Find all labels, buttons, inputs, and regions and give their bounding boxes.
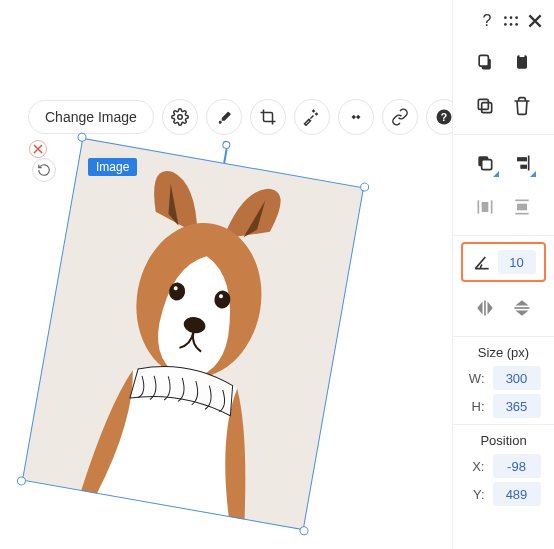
color-picker-button[interactable] — [206, 99, 242, 135]
gear-icon — [171, 108, 189, 126]
selection-label: Image — [88, 158, 137, 176]
svg-text:?: ? — [441, 111, 447, 123]
rotation-row — [461, 242, 546, 282]
x-input[interactable] — [493, 454, 541, 478]
close-icon — [526, 12, 544, 30]
panel-drag-handle[interactable] — [502, 12, 520, 30]
animation-button[interactable] — [338, 99, 374, 135]
distribute-v-button[interactable] — [508, 193, 536, 221]
rotation-handle[interactable] — [222, 140, 231, 149]
duplicate-button[interactable] — [471, 92, 499, 120]
width-input[interactable] — [493, 366, 541, 390]
diamonds-icon — [347, 108, 365, 126]
svg-point-12 — [515, 16, 518, 19]
svg-rect-21 — [479, 99, 489, 109]
svg-point-0 — [178, 115, 183, 120]
width-label: W: — [467, 371, 485, 386]
copy-button[interactable] — [471, 48, 499, 76]
svg-rect-19 — [519, 54, 524, 57]
svg-rect-32 — [518, 205, 526, 210]
svg-rect-23 — [482, 160, 492, 170]
y-input[interactable] — [493, 482, 541, 506]
remove-button[interactable] — [29, 140, 47, 158]
copy-icon — [475, 52, 495, 72]
link-icon — [391, 108, 409, 126]
svg-point-10 — [504, 16, 507, 19]
align-right-icon — [512, 153, 532, 173]
delete-button[interactable] — [508, 92, 536, 120]
panel-help-button[interactable]: ? — [478, 12, 496, 30]
wand-icon — [303, 108, 321, 126]
flip-h-icon — [475, 298, 495, 318]
distribute-v-icon — [512, 197, 532, 217]
rotation-input[interactable] — [498, 250, 536, 274]
magic-button[interactable] — [294, 99, 330, 135]
svg-rect-29 — [483, 203, 488, 211]
svg-point-15 — [515, 23, 518, 26]
distribute-h-button[interactable] — [471, 193, 499, 221]
brush-icon — [215, 108, 233, 126]
align-button[interactable] — [508, 149, 536, 177]
size-section-title: Size (px) — [453, 345, 554, 360]
position-section-title: Position — [453, 433, 554, 448]
panel-close-button[interactable] — [526, 12, 544, 30]
undo-icon — [37, 163, 51, 177]
flip-v-icon — [512, 298, 532, 318]
height-input[interactable] — [493, 394, 541, 418]
question-icon: ? — [483, 12, 492, 30]
selected-image-frame[interactable] — [22, 138, 364, 530]
duplicate-icon — [475, 96, 495, 116]
arrange-forward-button[interactable] — [471, 149, 499, 177]
svg-rect-25 — [520, 165, 527, 169]
crop-button[interactable] — [250, 99, 286, 135]
image-toolbar: Change Image ? — [28, 99, 462, 135]
svg-rect-20 — [482, 103, 492, 113]
height-label: H: — [467, 399, 485, 414]
image-content — [22, 138, 364, 530]
properties-panel: ? Size (px) W: H: Position X: Y: — [452, 0, 554, 549]
svg-rect-17 — [479, 55, 488, 66]
undo-button[interactable] — [32, 158, 56, 182]
svg-rect-24 — [517, 157, 527, 161]
x-icon — [33, 144, 43, 154]
resize-handle-bl[interactable] — [16, 476, 26, 486]
y-label: Y: — [467, 487, 485, 502]
change-image-button[interactable]: Change Image — [28, 100, 154, 134]
trash-icon — [512, 96, 532, 116]
angle-icon — [472, 252, 492, 272]
svg-point-11 — [510, 16, 513, 19]
grip-icon — [502, 12, 520, 30]
svg-rect-18 — [517, 55, 527, 68]
x-label: X: — [467, 459, 485, 474]
flip-vertical-button[interactable] — [508, 294, 536, 322]
link-button[interactable] — [382, 99, 418, 135]
flip-horizontal-button[interactable] — [471, 294, 499, 322]
distribute-h-icon — [475, 197, 495, 217]
help-icon: ? — [435, 108, 453, 126]
settings-button[interactable] — [162, 99, 198, 135]
paste-button[interactable] — [508, 48, 536, 76]
svg-point-13 — [504, 23, 507, 26]
resize-handle-br[interactable] — [299, 526, 309, 536]
bring-forward-icon — [475, 153, 495, 173]
crop-icon — [259, 108, 277, 126]
svg-point-14 — [510, 23, 513, 26]
resize-handle-tr[interactable] — [359, 182, 369, 192]
paste-icon — [512, 52, 532, 72]
